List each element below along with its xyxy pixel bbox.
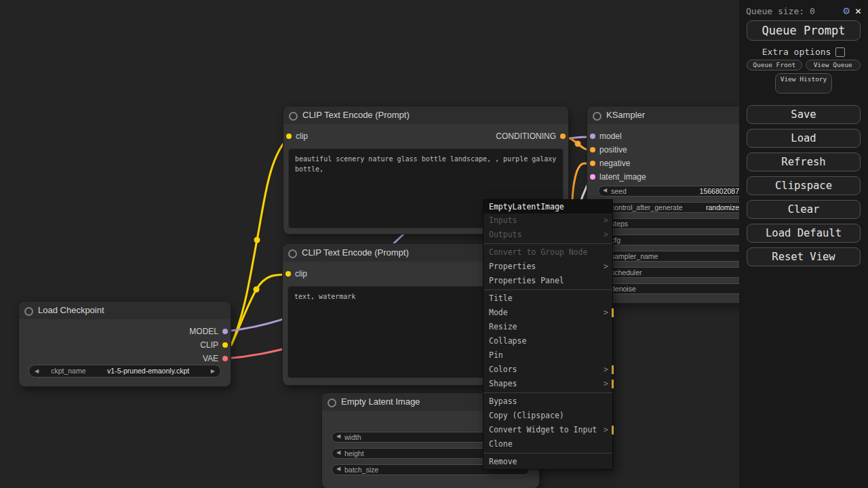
clear-button[interactable]: Clear xyxy=(747,200,861,219)
menu-item-resize[interactable]: Resize xyxy=(484,320,612,334)
input-slot-clip[interactable]: clip xyxy=(285,268,307,279)
collapse-toggle-icon[interactable] xyxy=(593,112,601,121)
view-history-button[interactable]: View History xyxy=(775,73,832,94)
node-title: KSampler xyxy=(606,110,645,120)
decrement-arrow-icon[interactable]: ◀ xyxy=(603,187,607,193)
output-slot-label: MODEL xyxy=(189,327,218,336)
load-button[interactable]: Load xyxy=(747,129,861,148)
menu-item-pin[interactable]: Pin xyxy=(484,348,612,363)
comfy-menu-panel: Queue size: 0 ⚙ ✕ Queue Prompt Extra opt… xyxy=(739,0,868,488)
output-slot-model[interactable]: MODEL xyxy=(189,326,228,337)
clipspace-button[interactable]: Clipspace xyxy=(747,176,861,195)
input-slot-label: positive xyxy=(599,145,627,155)
collapse-toggle-icon[interactable] xyxy=(24,307,33,316)
widget-label: denoise xyxy=(611,284,636,293)
collapse-toggle-icon[interactable] xyxy=(328,399,336,407)
submenu-tick-icon xyxy=(612,380,614,388)
queue-buttons-row: Queue Front View Queue xyxy=(747,60,861,70)
node-title: CLIP Text Encode (Prompt) xyxy=(302,247,409,258)
denoise-widget[interactable]: ◀ denoise xyxy=(598,283,746,294)
node-canvas[interactable]: CLIP Text Encode (Prompt) clip CONDITION… xyxy=(0,0,868,488)
decrement-arrow-icon[interactable]: ◀ xyxy=(35,368,39,374)
settings-gear-icon[interactable]: ⚙ xyxy=(843,5,850,16)
load-default-button[interactable]: Load Default xyxy=(747,224,861,243)
clip-port-icon[interactable] xyxy=(286,134,292,139)
clip-port-icon[interactable] xyxy=(222,342,228,348)
menu-item-outputs: Outputs xyxy=(484,228,612,242)
model-port-icon[interactable] xyxy=(222,329,228,334)
context-menu-title: EmptyLatentImage xyxy=(484,200,612,214)
steps-widget[interactable]: ◀ steps xyxy=(598,218,746,229)
save-button[interactable]: Save xyxy=(747,105,861,124)
increment-arrow-icon[interactable]: ▶ xyxy=(211,368,215,374)
decrement-arrow-icon[interactable]: ◀ xyxy=(336,466,340,472)
output-slot-conditioning[interactable]: CONDITIONING xyxy=(496,131,566,142)
node-title-bar: Load Checkpoint xyxy=(19,302,231,319)
widget-label: scheduler xyxy=(611,268,642,277)
refresh-button[interactable]: Refresh xyxy=(747,152,861,171)
menu-item-colors[interactable]: Colors xyxy=(484,363,612,377)
queue-front-button[interactable]: Queue Front xyxy=(747,60,802,70)
clip-port-icon[interactable] xyxy=(285,271,291,277)
sampler-name-widget[interactable]: ◀ sampler_name xyxy=(598,251,746,262)
widget-value: randomize xyxy=(706,203,739,212)
menu-item-clone[interactable]: Clone xyxy=(484,437,612,451)
menu-item-title[interactable]: Title xyxy=(484,291,612,306)
wire-clip-to-bottom-encoder xyxy=(231,274,288,345)
link-dot xyxy=(254,287,260,293)
conditioning-port-icon[interactable] xyxy=(560,134,566,139)
cfg-widget[interactable]: ◀ cfg xyxy=(598,235,746,245)
menu-item-properties-panel[interactable]: Properties Panel xyxy=(484,274,612,288)
extra-options-checkbox[interactable] xyxy=(835,47,845,57)
collapse-toggle-icon[interactable] xyxy=(288,249,297,258)
menu-item-collapse[interactable]: Collapse xyxy=(484,334,612,348)
menu-separator xyxy=(484,289,612,290)
input-slot-positive[interactable]: positive xyxy=(590,144,627,155)
view-queue-button[interactable]: View Queue xyxy=(806,60,861,70)
control-after-generate-widget[interactable]: ◀ control_after_generate randomize xyxy=(598,202,746,213)
node-load-checkpoint[interactable]: Load Checkpoint MODEL CLIP VAE ◀ ckpt_na… xyxy=(19,302,231,386)
conditioning-port-icon[interactable] xyxy=(590,147,595,152)
link-dot xyxy=(254,237,260,243)
menu-item-shapes[interactable]: Shapes xyxy=(484,377,612,391)
model-port-icon[interactable] xyxy=(590,134,595,139)
output-slot-vae[interactable]: VAE xyxy=(203,353,228,364)
decrement-arrow-icon[interactable]: ◀ xyxy=(336,433,340,439)
seed-widget[interactable]: ◀ seed 1566802087 xyxy=(598,186,746,197)
node-ksampler[interactable]: KSampler model positive negative latent_… xyxy=(587,106,757,303)
latent-port-icon[interactable] xyxy=(590,174,595,180)
decrement-arrow-icon[interactable]: ◀ xyxy=(336,449,340,455)
menu-item-mode[interactable]: Mode xyxy=(484,306,612,320)
menu-header: Queue size: 0 ⚙ ✕ xyxy=(739,0,868,19)
widget-value: 1566802087 xyxy=(700,186,739,196)
widget-label: height xyxy=(344,449,364,458)
node-title-bar: CLIP Text Encode (Prompt) xyxy=(283,106,568,124)
conditioning-port-icon[interactable] xyxy=(590,161,595,166)
input-slot-negative[interactable]: negative xyxy=(590,158,630,169)
close-icon[interactable]: ✕ xyxy=(855,6,861,16)
widget-label: control_after_generate xyxy=(611,203,683,212)
input-slot-model[interactable]: model xyxy=(590,131,622,142)
output-slot-label: VAE xyxy=(203,354,218,363)
link-dot xyxy=(575,141,581,147)
node-title: Load Checkpoint xyxy=(38,305,104,315)
scheduler-widget[interactable]: ◀ scheduler xyxy=(598,267,746,278)
widget-label: cfg xyxy=(611,235,620,245)
output-slot-clip[interactable]: CLIP xyxy=(200,340,228,350)
extra-options-label: Extra options xyxy=(762,47,831,57)
collapse-toggle-icon[interactable] xyxy=(289,112,298,121)
vae-port-icon[interactable] xyxy=(222,356,228,361)
menu-item-copy-clipspace[interactable]: Copy (Clipspace) xyxy=(484,409,612,423)
input-slot-clip[interactable]: clip xyxy=(286,131,308,142)
submenu-tick-icon xyxy=(612,365,614,374)
ckpt-name-widget[interactable]: ◀ ckpt_name v1-5-pruned-emaonly.ckpt ▶ xyxy=(28,365,221,378)
queue-prompt-button[interactable]: Queue Prompt xyxy=(747,20,861,41)
widget-label: ckpt_name xyxy=(51,365,85,377)
menu-item-bypass[interactable]: Bypass xyxy=(484,394,612,409)
reset-view-button[interactable]: Reset View xyxy=(747,247,861,266)
input-slot-latent-image[interactable]: latent_image xyxy=(590,171,646,182)
menu-item-remove[interactable]: Remove xyxy=(484,455,612,469)
menu-item-convert-widget-to-input[interactable]: Convert Widget to Input xyxy=(484,423,612,437)
node-title: CLIP Text Encode (Prompt) xyxy=(302,110,410,120)
menu-item-properties[interactable]: Properties xyxy=(484,260,612,274)
